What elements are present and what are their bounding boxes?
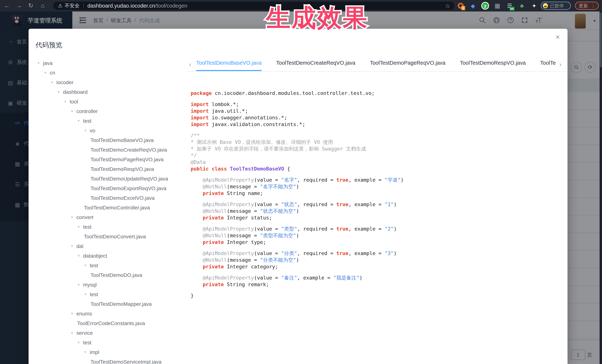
ext-ubuntu-icon[interactable]: 1 <box>457 2 465 10</box>
tree-folder[interactable]: ▼enums <box>70 309 92 319</box>
tree-file[interactable]: ToolTestDemoCreateReqVO.java <box>90 145 167 155</box>
tree-folder[interactable]: ▼convert <box>70 213 94 222</box>
file-tree: ▼java▼cn▼iocoder▼dashboard▼tool▼controll… <box>29 58 188 364</box>
tree-file[interactable]: ToolTestDemoServiceImpl.java <box>90 357 161 364</box>
tree-folder[interactable]: ▼java <box>37 58 53 68</box>
tree-file[interactable]: ToolErrorCodeConstants.java <box>77 319 145 328</box>
kebab-menu-icon[interactable]: ⋮ <box>591 3 595 9</box>
url-divider <box>83 3 84 8</box>
file-tabs: ToolTestDemoBaseVO.javaToolTestDemoCreat… <box>196 60 557 72</box>
tree-folder[interactable]: ▼test <box>77 116 91 126</box>
caret-down-icon[interactable]: ▼ <box>84 293 90 296</box>
tree-node-label: dataobject <box>83 253 107 259</box>
browser-update-button[interactable]: 更新 ⋮ <box>575 2 599 10</box>
tab-ToolTestDemoCreateReqVO.java[interactable]: ToolTestDemoCreateReqVO.java <box>276 60 355 71</box>
code-line <box>191 221 563 226</box>
caret-down-icon[interactable]: ▼ <box>57 90 63 94</box>
caret-down-icon[interactable]: ▼ <box>70 110 76 113</box>
tree-file[interactable]: ToolTestDemoPageReqVO.java <box>90 155 164 164</box>
close-icon[interactable]: ✕ <box>555 34 560 40</box>
caret-down-icon[interactable]: ▼ <box>44 71 50 75</box>
tree-folder[interactable]: ▼test <box>84 261 98 270</box>
code-line: @NotNull(message = "类型不能为空") <box>191 232 563 239</box>
tree-folder[interactable]: ▼mysql <box>77 280 97 290</box>
tree-folder[interactable]: ▼test <box>77 222 91 232</box>
tree-folder[interactable]: ▼service <box>70 328 93 338</box>
tree-node-label: ToolTestDemoServiceImpl.java <box>90 359 161 364</box>
code-line: } <box>191 292 563 299</box>
tab-ToolTestDemoBaseVO.java[interactable]: ToolTestDemoBaseVO.java <box>196 60 262 71</box>
tree-node-label: test <box>83 118 91 124</box>
browser-reload-icon[interactable]: ↻ <box>27 1 35 10</box>
ext-green-icon[interactable]: y <box>481 2 489 10</box>
browser-home-icon[interactable]: ⌂ <box>39 1 47 10</box>
caret-down-icon[interactable]: ▼ <box>77 254 83 258</box>
dialog-title: 代码预览 <box>36 41 62 50</box>
caret-down-icon[interactable]: ▼ <box>77 341 83 344</box>
caret-down-icon[interactable]: ▼ <box>50 81 56 84</box>
caret-down-icon[interactable]: ▼ <box>84 351 90 354</box>
caret-down-icon[interactable]: ▼ <box>77 225 83 229</box>
tab-ToolTestDemoRespVO.java[interactable]: ToolTestDemoRespVO.java <box>460 60 526 71</box>
caret-down-icon[interactable]: ▼ <box>70 244 76 248</box>
tree-file[interactable]: ToolTestDemoRespVO.java <box>90 164 154 174</box>
tree-file[interactable]: ToolTestDemoBaseVO.java <box>90 135 154 145</box>
tree-node-label: ToolTestDemoConvert.java <box>84 234 146 240</box>
security-label[interactable]: 不安全 <box>64 2 80 9</box>
browser-forward-icon[interactable]: → <box>15 1 23 10</box>
tree-folder[interactable]: ▼cn <box>44 68 55 78</box>
code-line: * 测试示例 Base VO，提供给添加、修改、详细的子 VO 使用 <box>191 139 563 146</box>
code-line: */ <box>191 152 563 159</box>
tree-file[interactable]: ToolTestDemoExcelVO.java <box>90 193 154 203</box>
tab-ToolTestDemoPageReqVO.java[interactable]: ToolTestDemoPageReqVO.java <box>370 60 445 71</box>
ext-leaf-icon[interactable]: ♣ <box>518 2 526 10</box>
code-line <box>191 288 563 292</box>
tree-folder[interactable]: ▼test <box>77 338 91 347</box>
insecure-warning-icon[interactable]: ⚠ <box>58 3 62 9</box>
caret-down-icon[interactable]: ▼ <box>70 216 76 219</box>
tree-folder[interactable]: ▼dal <box>70 241 83 251</box>
caret-down-icon[interactable]: ▼ <box>77 283 83 287</box>
code-viewer[interactable]: package cn.iocoder.dashboard.modules.too… <box>191 90 563 299</box>
extension-badge: on <box>510 7 515 10</box>
tree-folder[interactable]: ▼test <box>84 290 98 299</box>
caret-down-icon[interactable]: ▼ <box>70 312 76 316</box>
caret-down-icon[interactable]: ▼ <box>84 129 90 133</box>
tab-ToolTe[interactable]: ToolTe <box>540 60 556 71</box>
ext-grid-icon[interactable]: ▦ <box>493 2 502 10</box>
tree-folder[interactable]: ▼controller <box>70 107 98 116</box>
scrollbar-thumb[interactable] <box>600 13 602 67</box>
tree-folder[interactable]: ▼dataobject <box>77 251 107 261</box>
tree-node-label: ToolErrorCodeConstants.java <box>77 321 145 326</box>
extension-badge: 1 <box>461 6 465 10</box>
caret-down-icon[interactable]: ▼ <box>37 61 43 65</box>
tree-folder[interactable]: ▼tool <box>64 97 78 107</box>
tree-file[interactable]: ToolTestDemoConvert.java <box>84 232 146 241</box>
tree-file[interactable]: ToolTestDemoDO.java <box>90 270 142 280</box>
caret-down-icon[interactable]: ▼ <box>64 100 70 104</box>
tree-file[interactable]: ToolTestDemoController.java <box>84 203 150 213</box>
browser-back-icon[interactable]: ← <box>3 1 11 10</box>
bookmark-star-icon[interactable]: ☆ <box>445 2 450 10</box>
tree-file[interactable]: ToolTestDemoMapper.java <box>90 299 152 309</box>
tree-file[interactable]: ToolTestDemoExportReqVO.java <box>90 184 166 193</box>
caret-down-icon[interactable]: ▼ <box>70 331 76 335</box>
annotation-text: 生成效果 生成效果 <box>250 1 384 35</box>
tree-folder[interactable]: ▼impl <box>84 347 99 357</box>
tab-paused-badge[interactable]: 已暂停 <box>541 2 571 10</box>
tree-node-label: impl <box>90 349 99 355</box>
code-line: @ApiModelProperty(value = "备注", example … <box>191 274 563 281</box>
tabs-prev-icon[interactable]: ‹ <box>189 61 191 68</box>
caret-down-icon[interactable]: ▼ <box>77 119 83 123</box>
browser-scrollbar[interactable] <box>600 11 602 364</box>
caret-down-icon[interactable]: ▼ <box>84 264 90 267</box>
tree-file[interactable]: ToolTestDemoUpdateReqVO.java <box>90 174 168 184</box>
ext-puzzle-icon[interactable]: ✦ <box>530 2 538 10</box>
ext-gem-icon[interactable]: ◆ <box>469 2 477 10</box>
tree-folder[interactable]: ▼dashboard <box>57 87 87 97</box>
tree-folder[interactable]: ▼vo <box>84 126 95 135</box>
code-line: package cn.iocoder.dashboard.modules.too… <box>191 90 563 97</box>
ext-switch-icon[interactable]: ☰on <box>505 2 514 10</box>
tree-folder[interactable]: ▼iocoder <box>50 78 74 87</box>
tabs-next-icon[interactable]: › <box>559 61 561 68</box>
